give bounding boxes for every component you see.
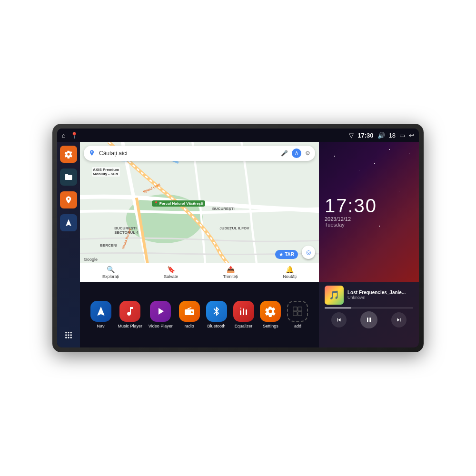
back-icon[interactable]: ↩	[409, 132, 414, 139]
news-icon: 🔔	[286, 266, 294, 273]
clock-time: 17:30	[325, 196, 413, 215]
svg-rect-18	[293, 307, 297, 311]
svg-rect-1	[68, 332, 69, 333]
app-equalizer[interactable]: Equalizer	[233, 301, 254, 328]
sidebar-btn-settings[interactable]	[60, 146, 77, 163]
left-sidebar	[57, 142, 80, 347]
svg-point-12	[191, 311, 193, 313]
app-grid: Navi Music Player Video Player	[80, 282, 319, 347]
clock-display: 17:30	[357, 132, 373, 139]
svg-rect-5	[70, 335, 72, 336]
map-nav-send[interactable]: 📤 Trimiteți	[223, 266, 238, 279]
star-button[interactable]: ★ TAR	[275, 250, 298, 259]
status-right: ▽ 17:30 🔊 18 ▭ ↩	[349, 132, 414, 139]
next-button[interactable]	[391, 312, 407, 327]
home-icon[interactable]: ⌂	[62, 132, 66, 139]
bluetooth-label: Bluetooth	[208, 324, 226, 328]
album-art: 🎵	[325, 286, 344, 305]
music-progress-fill	[325, 307, 351, 308]
svg-rect-6	[65, 337, 67, 338]
equalizer-label: Equalizer	[235, 324, 253, 328]
device-outer: ⌂ 📍 ▽ 17:30 🔊 18 ▭ ↩	[52, 124, 424, 352]
clock-date: 2023/12/12	[325, 216, 413, 222]
map-background: AXIS PremiumMobility - Sud Pizza & Baker…	[80, 142, 319, 282]
location-icon[interactable]: 📍	[70, 132, 78, 139]
app-bluetooth[interactable]: Bluetooth	[206, 301, 227, 328]
device-screen: ⌂ 📍 ▽ 17:30 🔊 18 ▭ ↩	[57, 129, 419, 347]
app-music[interactable]: Music Player	[118, 301, 142, 328]
google-maps-icon	[89, 149, 95, 158]
saved-icon: 🔖	[167, 266, 175, 273]
svg-rect-7	[68, 337, 69, 338]
map-nav-saved[interactable]: 🔖 Salvate	[164, 266, 178, 279]
settings-label: Settings	[263, 324, 278, 328]
music-info: 🎵 Lost Frequencies_Janie... Unknown	[325, 286, 413, 305]
location-button[interactable]: ◎	[302, 246, 315, 259]
sidebar-btn-location[interactable]	[60, 191, 77, 208]
map-label-ilfov: JUDEȚUL ILFOV	[218, 226, 250, 231]
map-label-axis: AXIS PremiumMobility - Sud	[92, 167, 120, 177]
music-widget: 🎵 Lost Frequencies_Janie... Unknown	[319, 282, 419, 347]
settings-icon	[260, 301, 281, 322]
status-bar: ⌂ 📍 ▽ 17:30 🔊 18 ▭ ↩	[57, 129, 419, 142]
svg-rect-21	[298, 312, 302, 316]
explore-label: Explorați	[102, 274, 119, 279]
sidebar-btn-apps[interactable]	[60, 327, 77, 344]
svg-rect-8	[70, 337, 72, 338]
map-nav-news[interactable]: 🔔 Noutăți	[283, 266, 297, 279]
sidebar-btn-navi[interactable]	[60, 214, 77, 231]
google-watermark: Google	[84, 257, 98, 262]
map-label-buc: BUCUREȘTI	[211, 206, 236, 211]
video-player-label: Video Player	[149, 324, 173, 328]
app-navi[interactable]: Navi	[90, 301, 111, 328]
right-panel: 17:30 2023/12/12 Tuesday 🎵 Lost Frequenc…	[319, 142, 419, 347]
svg-rect-14	[240, 310, 241, 315]
bluetooth-icon	[206, 301, 227, 322]
music-artist: Unknown	[347, 295, 413, 300]
music-progress-bar[interactable]	[325, 307, 413, 308]
equalizer-icon	[233, 301, 254, 322]
svg-rect-13	[186, 311, 189, 312]
pause-button[interactable]	[360, 311, 377, 328]
saved-label: Salvate	[164, 274, 178, 279]
music-title: Lost Frequencies_Janie...	[347, 290, 413, 295]
app-add[interactable]: add	[287, 301, 308, 328]
music-controls	[325, 311, 413, 328]
account-icon[interactable]: A	[292, 149, 301, 158]
add-label: add	[294, 324, 301, 328]
app-settings[interactable]: Settings	[260, 301, 281, 328]
status-left: ⌂ 📍	[62, 132, 78, 139]
app-video[interactable]: Video Player	[149, 301, 173, 328]
video-icon	[150, 301, 171, 322]
svg-rect-4	[68, 335, 69, 336]
send-label: Trimiteți	[223, 274, 238, 279]
mic-icon[interactable]: 🎤	[281, 150, 288, 157]
music-player-label: Music Player	[118, 324, 142, 328]
news-label: Noutăți	[283, 274, 297, 279]
map-label-berceni: BERCENI	[99, 243, 118, 248]
search-input[interactable]: Căutați aici	[99, 150, 277, 157]
svg-rect-16	[246, 309, 247, 315]
wifi-icon: ▽	[349, 132, 354, 139]
map-search-bar[interactable]: Căutați aici 🎤 A ⚙	[84, 146, 315, 161]
navi-label: Navi	[97, 324, 105, 328]
radio-icon	[179, 301, 200, 322]
map-label-parc: 📍 Parcul Natural Văcărești	[152, 200, 205, 207]
battery-level: 18	[389, 132, 396, 139]
svg-rect-0	[65, 332, 67, 333]
svg-rect-20	[293, 312, 297, 316]
app-radio[interactable]: radio	[179, 301, 200, 328]
map-settings-icon[interactable]: ⚙	[305, 150, 310, 157]
music-icon	[119, 301, 140, 322]
send-icon: 📤	[227, 266, 235, 273]
explore-icon: 🔍	[107, 266, 115, 273]
map-nav-explore[interactable]: 🔍 Explorați	[102, 266, 119, 279]
clock-widget: 17:30 2023/12/12 Tuesday	[319, 142, 419, 282]
map-area[interactable]: AXIS PremiumMobility - Sud Pizza & Baker…	[80, 142, 319, 282]
sidebar-btn-files[interactable]	[60, 169, 77, 186]
add-icon	[287, 301, 308, 322]
svg-rect-2	[70, 332, 72, 333]
music-details: Lost Frequencies_Janie... Unknown	[347, 290, 413, 300]
prev-button[interactable]	[331, 312, 347, 327]
volume-icon: 🔊	[377, 132, 385, 139]
